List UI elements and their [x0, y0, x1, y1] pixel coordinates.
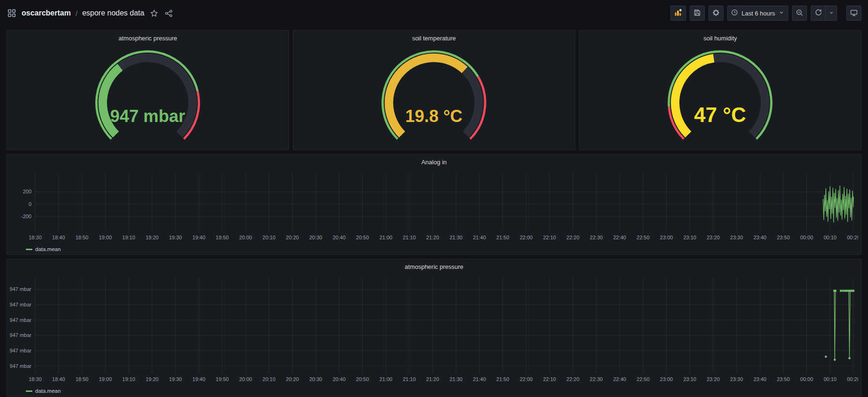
svg-text:23:30: 23:30 — [730, 376, 743, 382]
svg-text:19:30: 19:30 — [169, 376, 182, 382]
svg-text:20:10: 20:10 — [263, 376, 276, 382]
svg-text:22:10: 22:10 — [543, 376, 556, 382]
breadcrumb-team[interactable]: oscarcbertam — [22, 9, 71, 17]
pressure-row: atmospheric pressure 18:3018:4018:5019:0… — [7, 259, 861, 397]
gauge-soil-temperature: 19.8 °C — [293, 46, 575, 147]
series-color-swatch — [26, 390, 32, 392]
svg-text:-200: -200 — [21, 214, 31, 219]
panel-soil-humidity-gauge: soil humidity 47 °C — [579, 30, 861, 150]
svg-text:20:40: 20:40 — [333, 235, 346, 240]
svg-text:19:10: 19:10 — [122, 235, 136, 240]
svg-text:20:30: 20:30 — [309, 376, 322, 382]
save-dashboard-button[interactable] — [690, 6, 705, 21]
svg-text:21:00: 21:00 — [380, 376, 393, 382]
add-panel-button[interactable] — [670, 6, 686, 21]
dashboards-grid-icon[interactable] — [7, 8, 17, 18]
svg-text:19.8 °C: 19.8 °C — [405, 107, 463, 126]
svg-text:19:40: 19:40 — [192, 376, 206, 382]
refresh-interval-dropdown[interactable] — [826, 6, 837, 21]
svg-text:0: 0 — [29, 201, 31, 207]
save-icon — [693, 9, 701, 18]
refresh-split-button — [811, 6, 837, 21]
time-series-plot-atmospheric-pressure[interactable]: 18:3018:4018:5019:0019:1019:2019:3019:40… — [10, 274, 858, 384]
series-label: data.mean — [35, 388, 61, 394]
svg-text:19:20: 19:20 — [145, 235, 159, 240]
panel-title[interactable]: atmospheric pressure — [7, 31, 289, 46]
cycle-view-mode-button[interactable] — [846, 6, 861, 21]
svg-text:19:00: 19:00 — [99, 235, 112, 240]
toolbar: Last 6 hours — [670, 6, 861, 21]
breadcrumb: oscarcbertam / espore nodes data — [7, 8, 174, 18]
gauge-row: atmospheric pressure 947 mbar soil tempe… — [7, 30, 861, 150]
svg-text:00:10: 00:10 — [823, 376, 837, 382]
svg-text:20:20: 20:20 — [286, 235, 299, 240]
svg-text:22:30: 22:30 — [590, 235, 603, 240]
svg-text:21:10: 21:10 — [403, 235, 416, 240]
legend-item[interactable]: data.mean — [26, 388, 61, 394]
svg-text:21:00: 21:00 — [380, 235, 393, 240]
svg-text:19:30: 19:30 — [169, 235, 182, 240]
panel-atmospheric-pressure-chart: atmospheric pressure 18:3018:4018:5019:0… — [7, 259, 861, 397]
series-color-swatch — [26, 249, 32, 250]
monitor-icon — [850, 9, 858, 18]
svg-text:20:30: 20:30 — [309, 235, 322, 240]
svg-text:19:40: 19:40 — [192, 235, 206, 240]
time-range-picker[interactable]: Last 6 hours — [727, 6, 788, 21]
svg-text:947 mbar: 947 mbar — [10, 332, 31, 338]
svg-text:23:50: 23:50 — [777, 235, 790, 240]
svg-text:18:30: 18:30 — [29, 235, 42, 240]
panel-soil-temperature-gauge: soil temperature 19.8 °C — [293, 30, 575, 150]
svg-text:18:30: 18:30 — [29, 376, 42, 382]
panel-title[interactable]: soil temperature — [293, 31, 575, 46]
dashboard-settings-button[interactable] — [708, 6, 723, 21]
refresh-icon — [815, 9, 822, 17]
svg-text:47 °C: 47 °C — [694, 103, 746, 126]
star-icon[interactable] — [149, 8, 159, 18]
svg-text:23:40: 23:40 — [754, 376, 767, 382]
svg-text:21:20: 21:20 — [426, 376, 439, 382]
zoom-out-button[interactable] — [792, 6, 807, 21]
add-panel-icon — [674, 8, 682, 18]
svg-text:21:30: 21:30 — [449, 376, 463, 382]
time-series-plot-analog-in[interactable]: 18:3018:4018:5019:0019:1019:2019:3019:40… — [10, 169, 858, 242]
time-range-label: Last 6 hours — [741, 10, 775, 17]
svg-text:19:20: 19:20 — [145, 376, 159, 382]
share-icon[interactable] — [164, 8, 174, 18]
svg-text:22:00: 22:00 — [520, 235, 533, 240]
analog-row: Analog in 18:3018:4018:5019:0019:1019:20… — [7, 154, 861, 255]
series-label: data.mean — [35, 246, 61, 252]
panel-title[interactable]: atmospheric pressure — [7, 259, 861, 274]
zoom-out-icon — [796, 9, 803, 18]
gear-icon — [712, 9, 720, 18]
svg-text:00:10: 00:10 — [823, 235, 837, 240]
svg-text:21:40: 21:40 — [473, 376, 486, 382]
svg-text:18:50: 18:50 — [76, 235, 89, 240]
svg-text:947 mbar: 947 mbar — [10, 363, 31, 369]
legend-item[interactable]: data.mean — [26, 246, 61, 252]
panel-analog-in: Analog in 18:3018:4018:5019:0019:1019:20… — [7, 154, 861, 255]
svg-text:20:50: 20:50 — [356, 376, 369, 382]
breadcrumb-dashboard[interactable]: espore nodes data — [82, 9, 145, 17]
svg-text:22:50: 22:50 — [637, 376, 650, 382]
svg-text:23:30: 23:30 — [730, 235, 743, 240]
svg-text:22:20: 22:20 — [566, 235, 579, 240]
svg-text:19:50: 19:50 — [216, 376, 229, 382]
svg-text:20:10: 20:10 — [263, 235, 276, 240]
svg-text:00:20: 00:20 — [847, 235, 858, 240]
svg-text:22:30: 22:30 — [590, 376, 603, 382]
panel-title[interactable]: soil humidity — [579, 31, 861, 46]
svg-text:23:20: 23:20 — [707, 235, 720, 240]
svg-text:21:20: 21:20 — [426, 235, 439, 240]
refresh-button[interactable] — [811, 6, 826, 21]
chevron-down-icon — [778, 9, 784, 17]
dashboard-grid: atmospheric pressure 947 mbar soil tempe… — [0, 30, 868, 397]
svg-text:00:00: 00:00 — [800, 235, 814, 240]
svg-text:947 mbar: 947 mbar — [10, 317, 31, 323]
panel-title[interactable]: Analog in — [7, 154, 861, 169]
svg-text:20:20: 20:20 — [286, 376, 299, 382]
breadcrumb-separator: / — [76, 9, 77, 17]
svg-text:23:20: 23:20 — [707, 376, 720, 382]
svg-text:21:10: 21:10 — [403, 376, 416, 382]
svg-text:22:40: 22:40 — [613, 235, 626, 240]
svg-text:22:50: 22:50 — [637, 235, 650, 240]
